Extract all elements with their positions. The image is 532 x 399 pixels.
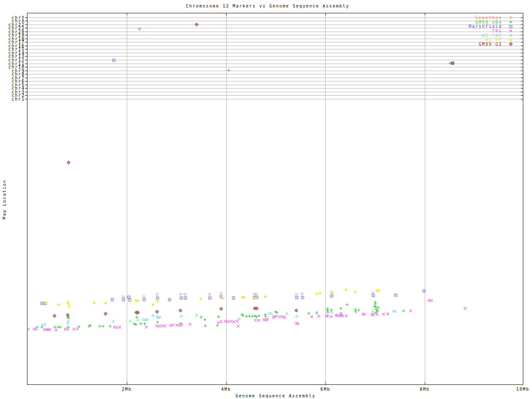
data-point <box>372 294 374 297</box>
dot-diamond-icon <box>508 42 513 47</box>
data-point <box>253 293 256 296</box>
data-point <box>204 318 207 321</box>
data-point <box>227 69 230 72</box>
data-point <box>357 309 360 312</box>
data-point <box>44 323 46 325</box>
x-tick-label: 10Mb <box>510 387 532 392</box>
data-point <box>112 320 114 322</box>
data-point <box>232 297 235 299</box>
data-point <box>104 313 107 315</box>
series-gm99-gb4 <box>36 28 452 329</box>
data-point <box>377 306 380 309</box>
data-point <box>220 308 223 310</box>
data-point <box>57 303 60 306</box>
series-wi-rh <box>44 288 380 308</box>
data-point <box>164 325 166 327</box>
data-point <box>67 161 70 164</box>
data-point <box>296 315 298 317</box>
data-point <box>278 315 281 318</box>
data-point <box>354 291 357 294</box>
data-point <box>295 309 298 312</box>
data-point <box>217 315 220 318</box>
gridlines <box>27 13 523 384</box>
data-point <box>387 313 389 315</box>
data-point <box>35 328 37 330</box>
data-point <box>237 325 239 328</box>
data-point <box>129 320 131 322</box>
data-point <box>248 315 251 318</box>
data-point <box>270 312 273 314</box>
data-point <box>113 326 116 328</box>
data-point <box>136 318 139 320</box>
data-point <box>129 300 132 303</box>
data-point <box>428 299 430 302</box>
data-point <box>330 309 333 312</box>
data-point <box>464 307 466 310</box>
data-point <box>135 316 138 319</box>
data-point <box>49 328 51 331</box>
data-point <box>156 321 159 324</box>
data-point <box>76 328 79 330</box>
data-point <box>355 310 357 313</box>
data-point <box>169 324 172 327</box>
legend-label: WI YAC <box>482 33 502 38</box>
data-point <box>109 325 112 328</box>
data-point <box>180 293 182 296</box>
data-point <box>319 292 322 295</box>
data-point <box>179 309 182 312</box>
legend-item-tng: TNG <box>469 29 513 33</box>
plot-area <box>0 0 532 399</box>
series-marshfield <box>41 59 454 305</box>
data-point <box>140 323 143 325</box>
legend-label: Genethon <box>475 15 502 20</box>
data-point <box>346 303 349 306</box>
data-point <box>161 325 163 327</box>
data-point <box>374 303 377 305</box>
data-point <box>156 300 159 303</box>
legend: GenethonGM99 GB4MarshfieldTNGWI YACWI RH… <box>469 15 513 47</box>
legend-item-genethon: Genethon <box>469 15 513 20</box>
data-point <box>372 310 374 312</box>
data-point <box>142 318 145 320</box>
chart-figure: Chromosome 12 Markers vs Genome Sequence… <box>0 0 532 399</box>
legend-item-wi-rh: WI RH <box>469 37 513 42</box>
data-point <box>168 298 171 301</box>
data-point <box>330 295 333 297</box>
data-point <box>180 297 182 299</box>
data-point <box>68 305 71 308</box>
data-point <box>54 326 57 329</box>
data-point <box>251 315 254 318</box>
data-point <box>59 326 62 329</box>
data-point <box>354 308 357 311</box>
chromosome-label: chr1 <box>1 97 25 101</box>
data-point <box>73 328 75 330</box>
legend-label: Marshfield <box>469 24 502 29</box>
x-tick-label: 6Mb <box>312 387 339 392</box>
data-point <box>216 324 219 327</box>
data-point <box>310 315 313 318</box>
data-point <box>122 296 125 298</box>
data-point <box>155 325 158 327</box>
data-point <box>363 313 366 315</box>
legend-label: GM99 G3 <box>479 42 502 47</box>
data-point <box>128 296 130 298</box>
data-point <box>195 314 198 316</box>
data-point <box>145 326 148 328</box>
data-point <box>200 316 203 319</box>
data-point <box>220 320 222 323</box>
data-point <box>301 296 304 299</box>
data-point <box>116 326 118 329</box>
data-point <box>430 299 433 302</box>
data-point <box>222 297 224 300</box>
data-point <box>268 312 271 314</box>
data-point <box>189 323 191 325</box>
data-point <box>200 298 202 300</box>
data-point <box>53 315 56 318</box>
data-point <box>301 293 304 296</box>
data-point <box>156 293 159 296</box>
data-point <box>264 315 267 318</box>
data-point <box>41 324 44 326</box>
data-point <box>409 310 412 312</box>
data-point <box>180 324 183 326</box>
data-point <box>286 312 288 314</box>
